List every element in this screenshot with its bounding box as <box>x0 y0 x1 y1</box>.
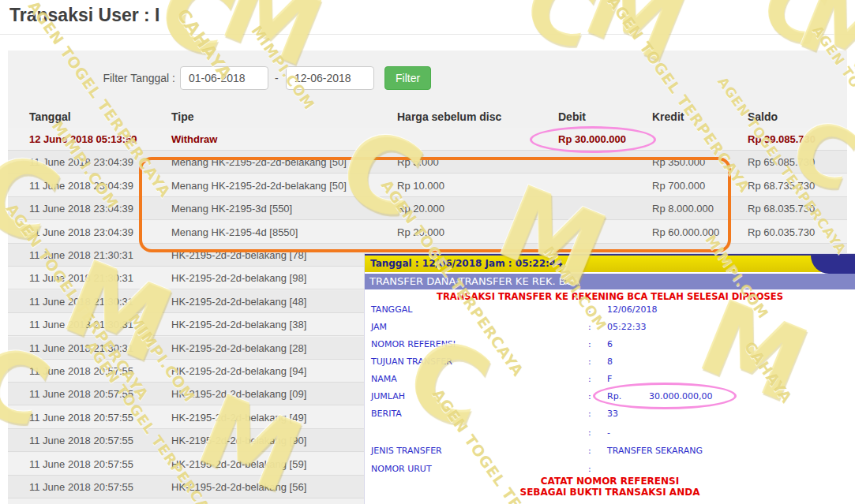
transfer-receipt-popup: Tanggal : 12/06/2018 Jam : 05:22:44 TRAN… <box>364 253 855 504</box>
receipt-field-row: TUJUAN TRANSFER:8 <box>365 357 855 371</box>
receipt-field-colon: : <box>588 391 591 401</box>
column-header-debit: Debit <box>558 106 586 128</box>
title-divider <box>0 34 855 35</box>
cell-tanggal: 11 June 2018 20:57:55 <box>29 476 133 498</box>
cell-tanggal: 11 June 2018 20:57:55 <box>29 406 133 429</box>
cell-kredit: Rp 8.000.000 <box>652 197 714 220</box>
cell-tipe: Withdraw <box>171 128 217 151</box>
cell-tipe: HK-2195-2d-2d-belakang [38] <box>171 313 306 336</box>
column-header-harga: Harga sebelum disc <box>397 106 501 128</box>
receipt-field-colon: : <box>588 427 591 438</box>
cell-tanggal: 11 June 2018 20:57:55 <box>29 453 133 476</box>
receipt-field-colon: : <box>588 409 591 419</box>
receipt-field-label: BERITA <box>371 409 402 419</box>
receipt-field-value: 12/06/2018 <box>607 304 657 315</box>
receipt-field-value: 05:22:33 <box>607 322 646 332</box>
receipt-field-colon: : <box>588 357 591 367</box>
transaction-page: Transaksi User : I Filter Tanggal : - Fi… <box>0 0 855 504</box>
receipt-field-row: NOMOR REFERENSI:6 <box>365 339 855 353</box>
cell-tipe: Menang HK-2195-2d-2d-belakang [50] <box>171 151 347 174</box>
receipt-field-row: JENIS TRANSFER:TRANSFER SEKARANG <box>365 446 855 460</box>
receipt-currency-prefix: Rp. <box>607 391 621 401</box>
cell-tipe: HK-2195-2d-2d-belakang [94] <box>171 360 306 383</box>
table-row: 11 June 2018 23:04:39Menang HK-2195-2d-2… <box>8 174 847 197</box>
receipt-datetime-text: Tanggal : 12/06/2018 Jam : 05:22:44 <box>370 256 562 272</box>
receipt-corner-shape <box>811 256 855 274</box>
cell-saldo: Rp 68.035.730 <box>748 197 815 220</box>
receipt-field-row: TANGGAL:12/06/2018 <box>365 304 855 319</box>
receipt-field-value: 6 <box>607 339 613 349</box>
cell-tanggal: 11 June 2018 21:30:31 <box>29 290 133 313</box>
cell-kredit: Rp 60.000.000 <box>652 221 719 244</box>
column-header-tipe: Tipe <box>171 106 194 128</box>
receipt-footer-note: CATAT NOMOR REFERENSI SEBAGAI BUKTI TRAN… <box>365 476 855 498</box>
cell-tanggal: 11 June 2018 23:04:39 <box>29 197 133 220</box>
cell-tipe: HK-2195-2d-2d-belakang [09] <box>171 383 306 405</box>
column-header-saldo: Saldo <box>748 106 778 128</box>
table-row: 11 June 2018 23:04:39Menang HK-2195-3d [… <box>8 197 847 220</box>
receipt-footer-line1: CATAT NOMOR REFERENSI <box>365 476 855 487</box>
receipt-field-colon: : <box>588 322 591 332</box>
cell-kredit: Rp 700.000 <box>652 174 705 197</box>
receipt-field-value: 33 <box>607 409 618 419</box>
receipt-field-colon: : <box>588 304 591 315</box>
receipt-field-value: F <box>607 374 612 384</box>
cell-harga: Rp 10.000 <box>397 174 444 197</box>
receipt-title-text: TRANSFER DANA-TRANSFER KE REK. BCA <box>369 274 579 289</box>
cell-tipe: Menang HK-2195-3d [550] <box>171 197 292 220</box>
receipt-field-label: TANGGAL <box>371 304 412 315</box>
date-range-separator: - <box>275 66 279 90</box>
date-from-input[interactable] <box>180 66 268 90</box>
cell-tanggal: 11 June 2018 21:30:31 <box>29 267 133 289</box>
receipt-field-colon: : <box>588 339 591 349</box>
column-header-kredit: Kredit <box>652 106 684 128</box>
cell-tanggal: 11 June 2018 20:57:55 <box>29 383 133 405</box>
receipt-field-row: JAM:05:22:33 <box>365 322 855 336</box>
cell-tanggal: 11 June 2018 21:30:31 <box>29 337 133 360</box>
cell-tipe: Menang HK-2195-4d [8550] <box>171 221 298 244</box>
cell-tipe: HK-2195-2d-2d-belakang [78] <box>171 244 306 267</box>
cell-harga: Rp 20.000 <box>397 221 444 244</box>
receipt-field-colon: : <box>588 464 591 474</box>
cell-tipe: HK-2195-2d-2d-belakang [28] <box>171 337 306 360</box>
cell-harga: Rp 20.000 <box>397 197 444 220</box>
receipt-field-value: TRANSFER SEKARANG <box>607 446 703 456</box>
receipt-field-label: TUJUAN TRANSFER <box>371 357 452 367</box>
receipt-field-label: NOMOR REFERENSI <box>371 339 456 349</box>
date-to-input[interactable] <box>286 66 374 90</box>
cell-tipe: HK-2195-2d-2d-belakang [48] <box>171 290 306 313</box>
cell-kredit: Rp 350.000 <box>652 151 705 174</box>
receipt-field-row: :- <box>365 427 855 442</box>
cell-saldo: Rp 60.035.730 <box>748 221 815 244</box>
receipt-field-row: BERITA:33 <box>365 409 855 423</box>
cell-tipe: Menang HK-2195-2d-2d-belakang [50] <box>171 174 347 197</box>
cell-tipe: HK-2195-2d-2d-belakang [59] <box>171 453 306 476</box>
receipt-field-value: 8 <box>607 357 613 367</box>
cell-tanggal: 11 June 2018 23:04:39 <box>29 151 133 174</box>
cell-saldo: Rp 39.085.730 <box>748 128 816 151</box>
receipt-field-label: JENIS TRANSFER <box>371 446 442 456</box>
table-row: 11 June 2018 23:04:39Menang HK-2195-2d-2… <box>8 151 847 174</box>
table-row: 11 June 2018 23:04:39Menang HK-2195-4d [… <box>8 221 847 244</box>
column-header-tanggal: Tanggal <box>29 106 71 128</box>
receipt-field-value: 30.000.000,00 <box>649 391 712 401</box>
cell-tipe: HK-2195-2d-2d-belakang [98] <box>171 267 306 289</box>
receipt-title-bar: TRANSFER DANA-TRANSFER KE REK. BCA <box>365 274 855 289</box>
table-header-row: TanggalTipeHarga sebelum discDebitKredit… <box>8 106 847 129</box>
cell-tanggal: 11 June 2018 21:30:31 <box>29 244 133 267</box>
receipt-status-line: TRANSAKSI TRANSFER KE REKENING BCA TELAH… <box>365 291 855 302</box>
receipt-footer-line2: SEBAGAI BUKTI TRANSAKSI ANDA <box>365 487 855 498</box>
cell-tipe: HK-2195-2d-2d-belakang [49] <box>171 406 306 429</box>
filter-button[interactable]: Filter <box>384 66 431 90</box>
cell-tipe: HK-2195-2d-2d-belakang [90] <box>171 429 306 452</box>
table-row: 12 June 2018 05:13:59WithdrawRp 30.000.0… <box>8 128 847 151</box>
receipt-field-row: NAMA:F <box>365 374 855 388</box>
receipt-field-colon: : <box>588 374 591 384</box>
receipt-field-label: JAM <box>371 322 387 332</box>
cell-tanggal: 11 June 2018 20:57:55 <box>29 429 133 452</box>
receipt-field-colon: : <box>588 446 591 456</box>
receipt-field-value: - <box>607 427 610 438</box>
cell-tanggal: 11 June 2018 23:04:39 <box>29 221 133 244</box>
receipt-datetime-bar: Tanggal : 12/06/2018 Jam : 05:22:44 <box>365 254 855 272</box>
page-title: Transaksi User : I <box>9 5 160 26</box>
